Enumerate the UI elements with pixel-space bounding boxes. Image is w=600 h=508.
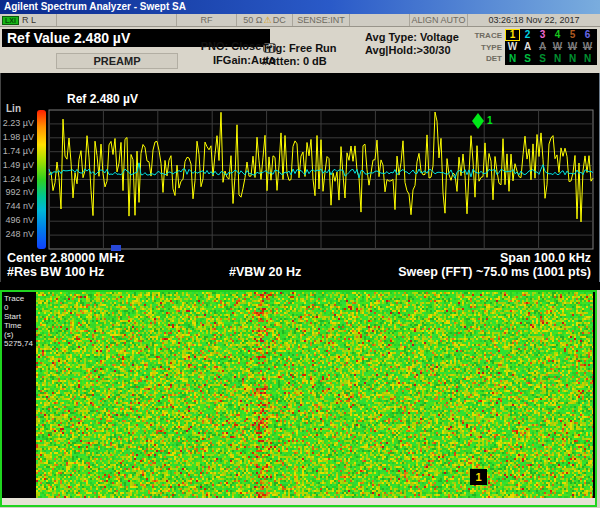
res-bw-readout[interactable]: #Res BW 100 Hz: [7, 265, 104, 279]
spectrogram-label-line: Trace: [4, 294, 36, 303]
spectrogram-marker-badge[interactable]: 1: [470, 469, 487, 485]
trace-2-det-cell[interactable]: S: [520, 53, 535, 65]
y-axis-label: 1.74 µV: [1, 146, 34, 156]
trace-numbers-row: 123456: [505, 29, 597, 41]
warning-triangle-icon: ⚠: [264, 15, 272, 25]
y-axis-label: 248 nV: [1, 229, 34, 239]
spectrogram-bottom-strip: [2, 498, 595, 505]
status-rf: RF: [201, 15, 213, 25]
status-seg-empty-1: [57, 14, 177, 26]
trace-6-type-cell[interactable]: W: [580, 41, 595, 53]
status-datetime: 03:26:18 Nov 22, 2017: [488, 15, 579, 25]
ref-level-label: Ref 2.480 µV: [67, 92, 138, 106]
attenuation-readout[interactable]: #Atten: 0 dB: [262, 55, 327, 67]
status-seg-lxi: LXI R L: [0, 14, 57, 26]
y-axis-label: 992 nV: [1, 187, 34, 197]
trace-panel[interactable]: 123456 WAAWWW NSSNNN: [505, 29, 597, 65]
marker-amplitude: 2.0821 µV: [467, 91, 591, 107]
trace-types-row: WAAWWW: [505, 41, 597, 53]
status-coupling: DC: [273, 15, 286, 25]
status-sense: SENSE:INT: [297, 15, 345, 25]
y-axis-label: 744 nV: [1, 201, 34, 211]
y-axis-label: 2.23 µV: [1, 118, 34, 128]
span-readout[interactable]: Span 100.0 kHz: [500, 251, 591, 265]
ifgain-readout[interactable]: IFGain:Auto: [176, 54, 276, 66]
spectrogram-label-line: 5275,74: [4, 339, 36, 348]
trace-1-det-cell[interactable]: N: [505, 53, 520, 65]
sweep-readout[interactable]: Sweep (FFT) ~75.0 ms (1001 pts): [398, 265, 591, 279]
trace-4-det-cell[interactable]: N: [550, 53, 565, 65]
spectrogram-side-labels: Trace0StartTime(s)5275,74: [4, 294, 36, 348]
avg-type-readout[interactable]: Avg Type: Voltage: [365, 31, 459, 43]
trace-6-det-cell[interactable]: N: [580, 53, 595, 65]
status-seg-input: 50 Ω ⚠ DC: [237, 14, 293, 26]
center-frequency-readout[interactable]: Center 2.80000 MHz: [7, 251, 124, 265]
y-axis-label: 496 nV: [1, 215, 34, 225]
y-axis-label: 1.49 µV: [1, 160, 34, 170]
spectrogram-window[interactable]: Trace0StartTime(s)5275,74 1: [0, 290, 597, 507]
y-axis-label: 1.24 µV: [1, 174, 34, 184]
window-title-bar[interactable]: Agilent Spectrum Analyzer - Swept SA: [0, 0, 600, 14]
preamp-indicator[interactable]: PREAMP: [56, 53, 178, 69]
trace-3-type-cell[interactable]: A: [535, 41, 550, 53]
trace-panel-det-label: DET: [458, 54, 502, 63]
window-title: Agilent Spectrum Analyzer - Swept SA: [4, 1, 186, 12]
trace-panel-type-label: TYPE: [458, 43, 502, 52]
status-seg-align: ALIGN AUTO: [410, 14, 468, 26]
status-align: ALIGN AUTO: [412, 15, 466, 25]
spectrum-trace-window[interactable]: 1 Mkr1 2.829 2 MHz 2.0821 µV Ref 2.480 µ…: [0, 73, 600, 282]
trace-2-type-cell[interactable]: A: [520, 41, 535, 53]
trigger-readout[interactable]: Trig: Free Run: [262, 42, 337, 54]
pno-text: PNO: Close: [201, 40, 262, 52]
marker-readout[interactable]: Mkr1 2.829 2 MHz 2.0821 µV: [467, 75, 591, 107]
lxi-badge-icon: LXI: [2, 16, 19, 25]
trace-3-num-cell[interactable]: 3: [535, 29, 550, 41]
spectrogram-label-line: (s): [4, 330, 36, 339]
spectrum-analyzer-screen: Agilent Spectrum Analyzer - Swept SA LXI…: [0, 0, 600, 508]
spectrogram-label-line: Start: [4, 312, 36, 321]
trace-6-num-cell[interactable]: 6: [580, 29, 595, 41]
spectrogram-top-strip: [0, 282, 600, 290]
status-seg-clock: 03:26:18 Nov 22, 2017: [468, 14, 600, 26]
y-axis-label: 1.98 µV: [1, 132, 34, 142]
vbw-readout[interactable]: #VBW 20 Hz: [229, 265, 301, 279]
amplitude-colorbar: [37, 110, 46, 249]
trace-panel-trace-label: TRACE: [458, 31, 502, 40]
trace-5-type-cell[interactable]: W: [565, 41, 580, 53]
trace-5-det-cell[interactable]: N: [565, 53, 580, 65]
spectrogram-label-line: 0: [4, 303, 36, 312]
status-rl: R L: [22, 15, 36, 25]
scale-type-label: Lin: [6, 103, 21, 114]
marker-1-number: 1: [487, 115, 493, 126]
trace-detectors-row: NSSNNN: [505, 53, 597, 65]
trace-1-num-cell[interactable]: 1: [505, 29, 520, 41]
status-seg-rf: RF: [177, 14, 237, 26]
marker-frequency: Mkr1 2.829 2 MHz: [467, 75, 591, 91]
spectrogram-label-line: Time: [4, 321, 36, 330]
trace-5-num-cell[interactable]: 5: [565, 29, 580, 41]
status-impedance: 50 Ω: [243, 15, 262, 25]
trace-2-num-cell[interactable]: 2: [520, 29, 535, 41]
settings-annotation-bar: Ref Value 2.480 µV PREAMP PNO: Close↵ IF…: [0, 27, 600, 73]
status-seg-empty-2: [350, 14, 410, 26]
pno-readout[interactable]: PNO: Close↵: [176, 40, 276, 53]
trace-3-det-cell[interactable]: S: [535, 53, 550, 65]
trace-4-num-cell[interactable]: 4: [550, 29, 565, 41]
status-bar: LXI R L RF 50 Ω ⚠ DC SENSE:INT ALIGN AUT…: [0, 14, 600, 27]
spectrogram-heatmap: [36, 292, 593, 498]
trace-4-type-cell[interactable]: W: [550, 41, 565, 53]
status-seg-sense: SENSE:INT: [293, 14, 350, 26]
avg-hold-readout[interactable]: Avg|Hold:>30/30: [365, 44, 451, 56]
trace-1-type-cell[interactable]: W: [505, 41, 520, 53]
